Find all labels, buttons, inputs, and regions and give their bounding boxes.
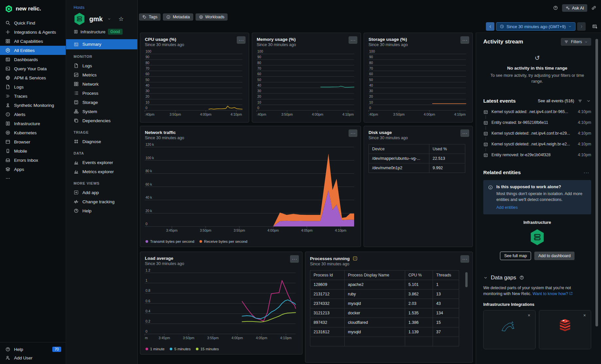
column-header[interactable]: Threads: [433, 271, 459, 280]
filter-icon[interactable]: [577, 99, 583, 103]
sidebar-item-apps[interactable]: Apps: [0, 165, 66, 174]
host-nav-item-events-explorer[interactable]: Events explorer: [66, 158, 137, 167]
table-row[interactable]: /dev/mapper/ubuntu--vg-...22.513: [369, 154, 465, 163]
sidebar-item-dashboards[interactable]: Dashboards: [0, 55, 66, 64]
see-all-events-link[interactable]: See all events (516): [538, 99, 574, 103]
new-relic-logo[interactable]: new relic.: [0, 0, 66, 13]
host-nav-item-metrics[interactable]: Metrics: [66, 70, 137, 79]
memory-usage-chart[interactable]: 0102030405060708090100:40pm3:50pm4:00pm4…: [256, 49, 357, 119]
host-nav-item-storage[interactable]: Storage: [66, 98, 137, 107]
legend-item[interactable]: Transmit bytes per second: [146, 240, 194, 243]
time-back-button[interactable]: [486, 22, 494, 31]
chevron-down-icon[interactable]: [107, 17, 112, 21]
legend-item[interactable]: 1 minute: [146, 347, 164, 351]
time-range-picker[interactable]: Since 30 minutes ago (GMT+9): [496, 22, 575, 31]
host-nav-item-change-tracking[interactable]: Change tracking: [66, 197, 137, 206]
table-row[interactable]: 128609apache25.1011: [310, 280, 459, 290]
legend-item[interactable]: 15 minutes: [196, 347, 219, 351]
card-menu-button[interactable]: ···: [237, 36, 246, 44]
time-forward-button[interactable]: [577, 22, 586, 31]
favorite-star-icon[interactable]: ☆: [118, 15, 124, 23]
sidebar-item-synthetic-monitoring[interactable]: Synthetic Monitoring: [0, 101, 66, 110]
table-row[interactable]: 3121213docker1.535134: [310, 308, 459, 318]
host-nav-item-network[interactable]: Network: [66, 79, 137, 89]
legend-item[interactable]: 5 minutes: [170, 347, 191, 351]
sidebar-item-all-entities[interactable]: All Entities: [0, 46, 66, 55]
host-nav-item-logs[interactable]: Logs: [66, 61, 137, 70]
table-row[interactable]: 2131712ruby3.86213: [310, 290, 459, 299]
sidebar-item-add-user[interactable]: Add User: [0, 354, 66, 362]
related-entities-menu-button[interactable]: ···: [582, 170, 591, 175]
cpu-usage-chart[interactable]: 0102030405060708090100:40pm3:50pm4:00pm4…: [144, 49, 245, 119]
event-row[interactable]: Entity removed: br-e29e1b04f328 4:10pm: [483, 151, 591, 162]
host-nav-item-add-app[interactable]: Add app: [66, 188, 137, 197]
scrollbar[interactable]: [595, 39, 598, 326]
sidebar-item-apm-services[interactable]: APM & Services: [0, 73, 66, 82]
table-scrollbar[interactable]: [465, 272, 468, 287]
add-to-dashboard-icon-button[interactable]: [590, 22, 600, 31]
card-menu-button[interactable]: ···: [460, 129, 469, 137]
host-nav-item-system[interactable]: System: [66, 107, 137, 116]
sidebar-item-help[interactable]: Help 70: [0, 345, 66, 354]
column-header[interactable]: Process Display Name: [345, 271, 405, 280]
network-traffic-chart[interactable]: 020 k40 k60 k80 k100 k120 k3:45pm3:50pm3…: [144, 142, 357, 235]
close-icon[interactable]: ×: [581, 312, 588, 318]
sidebar-item-more[interactable]: [0, 174, 66, 183]
redis-integration-card[interactable]: ×: [539, 310, 591, 349]
collapse-chevron-icon[interactable]: [483, 275, 488, 280]
load-average-chart[interactable]: 00.20.40.60.811.2m3:45pm3:50pm3:55pm4:00…: [144, 268, 298, 342]
tags-button[interactable]: Tags: [139, 13, 161, 21]
filters-button[interactable]: Filters: [561, 38, 591, 46]
card-menu-button[interactable]: ···: [349, 129, 357, 137]
warning-icon[interactable]: [352, 256, 358, 261]
sidebar-item-kubernetes[interactable]: Kubernetes: [0, 128, 66, 137]
card-menu-button[interactable]: ···: [460, 36, 469, 44]
add-to-dashboard-button[interactable]: Add to dashboard: [534, 252, 575, 260]
sidebar-item-logs[interactable]: Logs: [0, 82, 66, 91]
host-nav-item-process[interactable]: Process: [66, 89, 137, 98]
table-row[interactable]: 2131612mysqld1.13937: [310, 327, 459, 337]
event-row[interactable]: Kernel sysctl added: .net.ipv4.conf.br-9…: [483, 108, 591, 119]
column-header[interactable]: Used %: [429, 144, 465, 154]
want-to-know-how-link[interactable]: Want to know how?: [533, 291, 568, 297]
table-row[interactable]: 2374332mysqld2.0343: [310, 299, 459, 308]
ask-ai-button[interactable]: Ask AI: [562, 4, 587, 12]
storage-usage-chart[interactable]: 0102030405060708090100:40pm3:50pm4:00pm4…: [368, 49, 469, 119]
chevron-down-icon[interactable]: [586, 99, 591, 103]
card-menu-button[interactable]: ···: [290, 255, 299, 263]
column-header[interactable]: Process Id: [310, 271, 345, 280]
sidebar-item-query-your-data[interactable]: Query Your Data: [0, 64, 66, 73]
close-icon[interactable]: ×: [526, 312, 532, 318]
table-row[interactable]: /dev/nvme0n1p29.992: [369, 163, 465, 173]
related-entity-hexagon-icon[interactable]: [530, 229, 545, 246]
host-nav-item-metrics-explorer[interactable]: Metrics explorer: [66, 167, 137, 176]
column-header[interactable]: CPU %: [405, 271, 433, 280]
sidebar-item-infrastructure[interactable]: Infrastructure: [0, 119, 66, 128]
sidebar-item-traces[interactable]: Traces: [0, 91, 66, 101]
sidebar-item-quick-find[interactable]: Quick Find: [0, 18, 66, 27]
table-row[interactable]: 897432cloudflared1.38615: [310, 318, 459, 327]
sidebar-item-integrations-agents[interactable]: Integrations & Agents: [0, 27, 66, 37]
card-menu-button[interactable]: ···: [349, 36, 357, 44]
host-nav-item-summary[interactable]: Summary: [66, 39, 137, 49]
workloads-button[interactable]: Workloads: [196, 13, 228, 21]
column-header[interactable]: Device: [369, 144, 429, 154]
host-nav-item-dependencies[interactable]: Dependencies: [66, 116, 137, 125]
see-full-map-button[interactable]: See full map: [500, 252, 531, 260]
breadcrumb-hosts[interactable]: Hosts: [74, 5, 137, 10]
metadata-button[interactable]: Metadata: [163, 13, 193, 21]
event-row[interactable]: Entity created: br-965216fb6e11 4:10pm: [483, 119, 591, 129]
help-circle-button[interactable]: [552, 4, 559, 12]
event-row[interactable]: Kernel sysctl deleted: .net.ipv4.conf.br…: [483, 129, 591, 140]
mysql-integration-card[interactable]: ×: [483, 310, 536, 349]
add-entities-link[interactable]: Add entities: [496, 205, 518, 210]
host-nav-item-help[interactable]: Help: [66, 206, 137, 215]
event-row[interactable]: Kernel sysctl deleted: .net.ipv4.neigh.b…: [483, 140, 591, 151]
sidebar-item-all-capabilities[interactable]: All Capabilities: [0, 37, 66, 46]
legend-item[interactable]: Receive bytes per second: [199, 240, 247, 243]
help-icon[interactable]: [519, 275, 524, 280]
card-menu-button[interactable]: ···: [460, 255, 469, 263]
sidebar-item-mobile[interactable]: Mobile: [0, 146, 66, 156]
host-nav-item-diagnose[interactable]: Diagnose: [66, 137, 137, 146]
sidebar-item-alerts[interactable]: Alerts: [0, 110, 66, 119]
